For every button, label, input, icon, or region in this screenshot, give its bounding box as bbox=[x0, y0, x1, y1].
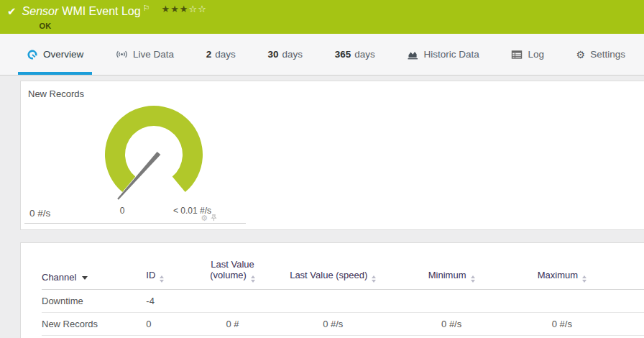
tab-2-days[interactable]: 2 days bbox=[198, 34, 244, 75]
cell-id: 0 bbox=[146, 312, 194, 335]
channels-table: Channel ID Last Value (volume) Last Valu… bbox=[42, 243, 644, 336]
col-header-minimum[interactable]: Minimum bbox=[395, 243, 508, 289]
gauge-channel-title: New Records bbox=[28, 88, 84, 99]
sort-toggle-icon bbox=[372, 275, 376, 283]
tab-overview[interactable]: Overview bbox=[18, 34, 92, 75]
gauge-cell: New Records 0 < 0.01 #/s 0 #/s ⚙ bbox=[24, 81, 246, 224]
tab-settings[interactable]: ⚙ Settings bbox=[568, 34, 634, 75]
log-list-icon bbox=[511, 50, 523, 60]
live-broadcast-icon bbox=[116, 49, 128, 60]
status-ok-check-icon: ✔ bbox=[7, 4, 17, 19]
cell-last-value-volume: 0 # bbox=[194, 312, 270, 335]
col-header-id[interactable]: ID bbox=[146, 243, 194, 289]
col-header-channel-label: Channel bbox=[42, 272, 76, 283]
cell-last-value-speed bbox=[271, 289, 395, 312]
gauge-scale-min: 0 bbox=[115, 206, 129, 216]
tab-historic-data-label: Historic Data bbox=[423, 49, 479, 60]
tab-live-data[interactable]: Live Data bbox=[107, 34, 183, 75]
priority-stars[interactable]: ★★★☆☆ bbox=[162, 4, 207, 14]
col-header-last-value-speed[interactable]: Last Value (speed) bbox=[271, 243, 395, 289]
sensor-title: WMI Event Log bbox=[62, 5, 140, 17]
tab-bar: Overview Live Data 2 days 30 days 365 da… bbox=[0, 34, 644, 76]
tab-historic-data[interactable]: Historic Data bbox=[398, 34, 487, 75]
cell-last-value-speed: 0 #/s bbox=[271, 312, 395, 335]
sort-toggle-icon bbox=[582, 275, 586, 283]
channel-link[interactable]: New Records bbox=[42, 319, 98, 329]
gauges-panel: New Records 0 < 0.01 #/s 0 #/s ⚙ bbox=[20, 81, 644, 230]
tab-settings-label: Settings bbox=[590, 49, 625, 60]
tab-overview-label: Overview bbox=[43, 49, 83, 60]
priority-stars-empty: ☆☆ bbox=[189, 4, 207, 14]
col-header-id-label: ID bbox=[146, 270, 155, 280]
table-header-row: Channel ID Last Value (volume) Last Valu… bbox=[42, 243, 644, 289]
overview-content: New Records 0 < 0.01 #/s 0 #/s ⚙ bbox=[20, 81, 644, 338]
channels-table-panel: Channel ID Last Value (volume) Last Valu… bbox=[20, 242, 644, 338]
gauge-pin-icon[interactable] bbox=[210, 214, 218, 222]
table-row-downtime: Downtime -4 bbox=[42, 289, 644, 312]
col-header-last-value-volume[interactable]: Last Value (volume) bbox=[194, 243, 270, 289]
sensor-kind-label: Sensor bbox=[22, 5, 59, 17]
col-header-maximum-label: Maximum bbox=[538, 270, 578, 280]
col-header-channel[interactable]: Channel bbox=[42, 243, 146, 289]
gauge-settings-gear-icon[interactable]: ⚙ bbox=[201, 214, 208, 222]
tab-365-days-number: 365 bbox=[335, 49, 351, 60]
tab-live-data-label: Live Data bbox=[133, 49, 174, 60]
tab-365-days-label: days bbox=[354, 49, 375, 60]
sort-toggle-icon bbox=[251, 275, 255, 283]
gauge-chart bbox=[100, 101, 208, 209]
cell-minimum: 0 #/s bbox=[395, 312, 508, 335]
tab-30-days-number: 30 bbox=[267, 49, 278, 60]
sensor-status-badge: OK bbox=[40, 22, 207, 30]
col-header-last-value-volume-label: Last Value (volume) bbox=[210, 259, 254, 280]
tab-30-days[interactable]: 30 days bbox=[259, 34, 311, 75]
gauge-current-value: 0 #/s bbox=[29, 208, 50, 219]
area-chart-icon bbox=[407, 49, 418, 60]
channel-link[interactable]: Downtime bbox=[42, 296, 83, 306]
sort-toggle-icon bbox=[471, 275, 475, 283]
priority-stars-filled: ★★★ bbox=[162, 4, 189, 14]
col-header-maximum[interactable]: Maximum bbox=[507, 243, 616, 289]
gauge-icon bbox=[27, 49, 38, 60]
cell-minimum bbox=[395, 289, 508, 312]
col-header-actions bbox=[616, 243, 644, 289]
tab-2-days-number: 2 bbox=[206, 49, 212, 60]
gear-icon: ⚙ bbox=[576, 50, 586, 60]
table-row-new-records: New Records 0 0 # 0 #/s 0 #/s 0 #/s bbox=[42, 312, 644, 335]
tab-2-days-label: days bbox=[215, 49, 236, 60]
tab-log[interactable]: Log bbox=[502, 34, 553, 75]
cell-last-value-volume bbox=[194, 289, 270, 312]
sensor-header: ✔ SensorWMI Event Log⚐★★★☆☆ OK bbox=[0, 0, 644, 34]
sort-toggle-icon bbox=[160, 275, 164, 283]
sensor-title-block: SensorWMI Event Log⚐★★★☆☆ OK bbox=[22, 4, 207, 30]
col-header-minimum-label: Minimum bbox=[428, 270, 466, 280]
tab-log-label: Log bbox=[528, 49, 544, 60]
cell-maximum: 0 #/s bbox=[507, 312, 616, 335]
tab-30-days-label: days bbox=[282, 49, 303, 60]
sort-desc-icon bbox=[82, 276, 88, 280]
col-header-last-value-speed-label: Last Value (speed) bbox=[290, 270, 367, 280]
flag-icon[interactable]: ⚐ bbox=[143, 4, 150, 13]
cell-maximum bbox=[507, 289, 616, 312]
tab-365-days[interactable]: 365 days bbox=[326, 34, 384, 75]
cell-id: -4 bbox=[146, 289, 194, 312]
